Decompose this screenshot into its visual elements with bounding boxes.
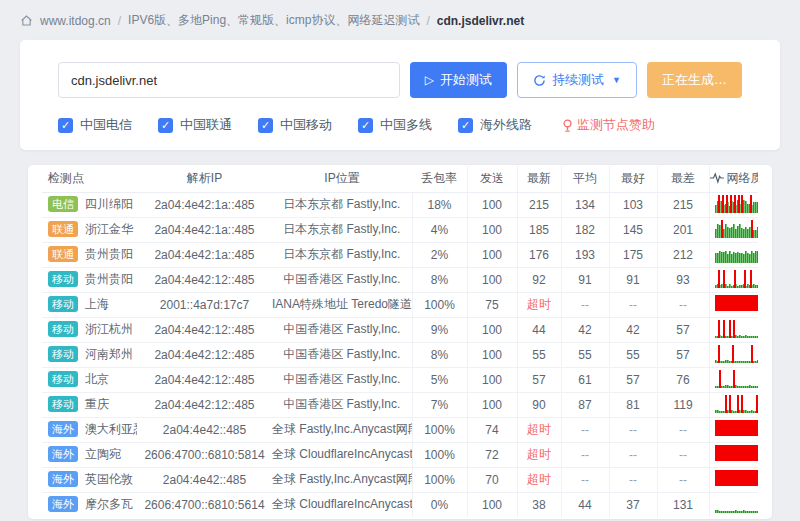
checkbox-checked-icon: ✓ [58,118,73,133]
table-row: 电信四川绵阳2a04:4e42:1a::485日本东京都 Fastly,Inc.… [42,192,758,217]
avg-latency: 42 [561,317,609,342]
carrier-badge: 移动 [48,396,78,412]
checkbox-line-2[interactable]: ✓中国移动 [258,116,332,134]
breadcrumb-current: cdn.jsdelivr.net [437,14,524,28]
best-latency: 175 [609,242,657,267]
resolved-ip: 2a04:4e42:1a::485 [137,217,272,242]
node-name: 摩尔多瓦 [85,497,133,511]
sent-count: 100 [467,392,517,417]
start-test-label: 开始测试 [440,71,492,89]
network-quality-cell [709,217,758,242]
latest-latency: 超时 [517,442,561,467]
sent-count: 70 [467,467,517,492]
start-test-button[interactable]: ▷ 开始测试 [410,62,507,98]
carrier-badge: 海外 [48,421,78,437]
network-quality-chart [715,443,759,463]
latest-latency: 90 [517,392,561,417]
checkbox-line-4[interactable]: ✓海外线路 [458,116,532,134]
worst-latency: -- [657,442,709,467]
network-quality-chart [715,193,759,213]
column-header: 解析IP [137,166,272,192]
sponsor-icon [562,119,573,132]
sent-count: 100 [467,242,517,267]
ip-location: 日本东京都 Fastly,Inc. [272,217,412,242]
worst-latency: 57 [657,342,709,367]
latest-latency: 44 [517,317,561,342]
node-name: 北京 [85,372,109,386]
column-header: 检测点 [42,166,137,192]
worst-latency: 212 [657,242,709,267]
checkbox-line-3[interactable]: ✓中国多线 [358,116,432,134]
network-quality-chart [715,268,759,288]
generating-button[interactable]: 正在生成… [647,62,742,98]
network-quality-cell [709,267,758,292]
node-name: 立陶宛 [85,447,121,461]
table-row: 海外摩尔多瓦2606:4700::6810:5614全球 CloudflareI… [42,492,758,517]
latest-latency: 176 [517,242,561,267]
checkbox-checked-icon: ✓ [358,118,373,133]
checkbox-group: ✓中国电信✓中国联通✓中国移动✓中国多线✓海外线路 [58,116,532,134]
network-quality-chart [715,493,759,513]
network-quality-cell [709,392,758,417]
continuous-test-button[interactable]: 持续测试 ▼ [517,62,637,98]
node-name: 浙江杭州 [85,322,133,336]
network-quality-chart [715,468,759,488]
network-quality-chart [715,418,759,438]
avg-latency: 61 [561,367,609,392]
carrier-badge: 联通 [48,246,78,262]
node-name: 重庆 [85,397,109,411]
checkbox-label: 中国联通 [180,116,232,134]
checkbox-checked-icon: ✓ [158,118,173,133]
sent-count: 100 [467,192,517,217]
sent-count: 100 [467,267,517,292]
column-header: 最新 [517,166,561,192]
sponsor-link[interactable]: 监测节点赞助 [562,116,655,134]
line-filters: ✓中国电信✓中国联通✓中国移动✓中国多线✓海外线路 监测节点赞助 [58,116,742,134]
column-header: 发送 [467,166,517,192]
network-quality-cell [709,242,758,267]
table-header-row: 检测点解析IPIP位置丢包率发送最新平均最好最差网络质量 [42,166,758,192]
worst-latency: 201 [657,217,709,242]
node-cell: 移动重庆 [42,392,137,417]
table-row: 海外澳大利亚悉尼2a04:4e42::485全球 Fastly,Inc.Anyc… [42,417,758,442]
ip-location: 中国香港区 Fastly,Inc. [272,342,412,367]
table-row: 海外立陶宛2606:4700::6810:5814全球 CloudflareIn… [42,442,758,467]
carrier-badge: 移动 [48,296,78,312]
loss-rate: 8% [412,342,467,367]
checkbox-line-1[interactable]: ✓中国联通 [158,116,232,134]
avg-latency: 87 [561,392,609,417]
checkbox-label: 海外线路 [480,116,532,134]
breadcrumb-site[interactable]: www.itdog.cn [40,14,111,28]
table-row: 移动上海2001::4a7d:17c7IANA特殊地址 Teredo隧道地址10… [42,292,758,317]
carrier-badge: 海外 [48,471,78,487]
resolved-ip: 2a04:4e42:12::485 [137,342,272,367]
worst-latency: -- [657,417,709,442]
network-quality-cell [709,492,758,517]
worst-latency: -- [657,467,709,492]
ip-location: 全球 CloudflareIncAnycast网段 [272,442,412,467]
table-row: 联通贵州贵阳2a04:4e42:1a::485日本东京都 Fastly,Inc.… [42,242,758,267]
node-cell: 海外立陶宛 [42,442,137,467]
checkbox-line-0[interactable]: ✓中国电信 [58,116,132,134]
results-table: 检测点解析IPIP位置丢包率发送最新平均最好最差网络质量 电信四川绵阳2a04:… [42,166,758,517]
host-input[interactable] [58,62,400,98]
carrier-badge: 电信 [48,196,78,212]
latest-latency: 185 [517,217,561,242]
sent-count: 100 [467,317,517,342]
avg-latency: 91 [561,267,609,292]
best-latency: -- [609,292,657,317]
sent-count: 100 [467,492,517,517]
loss-rate: 7% [412,392,467,417]
node-cell: 电信四川绵阳 [42,192,137,217]
column-header: IP位置 [272,166,412,192]
best-latency: 91 [609,267,657,292]
avg-latency: -- [561,417,609,442]
resolved-ip: 2001::4a7d:17c7 [137,292,272,317]
loss-rate: 2% [412,242,467,267]
loss-rate: 4% [412,217,467,242]
checkbox-checked-icon: ✓ [258,118,273,133]
sent-count: 74 [467,417,517,442]
breadcrumb-path[interactable]: IPV6版、多地Ping、常规版、icmp协议、网络延迟测试 [128,12,419,29]
network-quality-cell [709,192,758,217]
node-cell: 移动北京 [42,367,137,392]
